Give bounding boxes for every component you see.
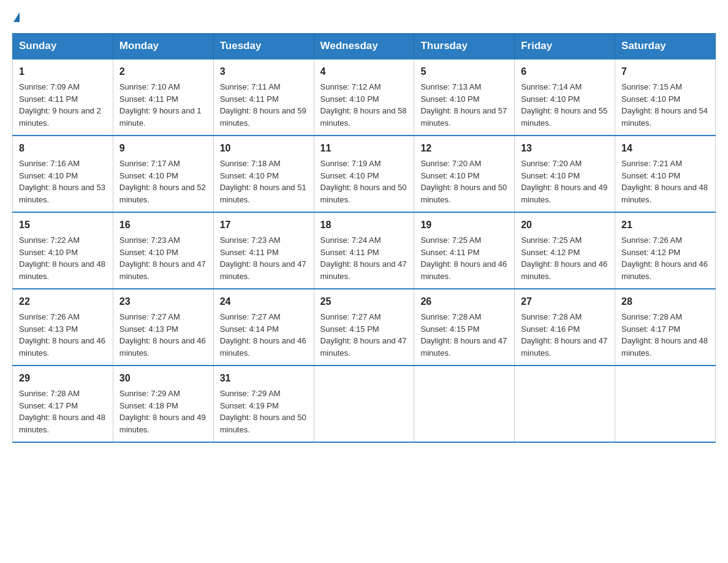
day-number: 14 [621,141,709,156]
sunset-text: Sunset: 4:10 PM [119,248,178,257]
sunrise-text: Sunrise: 7:28 AM [521,312,582,321]
weekday-header-friday: Friday [515,34,615,59]
sunrise-text: Sunrise: 7:26 AM [19,312,80,321]
calendar-cell [414,366,515,442]
day-number: 4 [320,64,408,79]
calendar-cell: 7Sunrise: 7:15 AMSunset: 4:10 PMDaylight… [615,59,716,136]
day-number: 29 [19,371,107,386]
page-header [12,12,716,22]
sunrise-text: Sunrise: 7:25 AM [521,236,582,245]
day-number: 17 [220,218,308,232]
sunrise-text: Sunrise: 7:23 AM [119,236,180,245]
daylight-text: Daylight: 9 hours and 1 minute. [119,106,202,128]
daylight-text: Daylight: 8 hours and 57 minutes. [420,106,507,128]
day-number: 23 [119,294,207,309]
day-number: 5 [420,64,508,79]
sunset-text: Sunset: 4:11 PM [119,94,178,104]
sunset-text: Sunset: 4:10 PM [521,171,580,180]
daylight-text: Daylight: 8 hours and 46 minutes. [521,259,607,281]
sunrise-text: Sunrise: 7:17 AM [119,159,180,168]
daylight-text: Daylight: 8 hours and 46 minutes. [220,336,306,358]
sunrise-text: Sunrise: 7:28 AM [420,312,481,321]
sunrise-text: Sunrise: 7:26 AM [621,236,682,245]
day-number: 21 [621,218,709,232]
sunset-text: Sunset: 4:10 PM [19,171,78,180]
calendar-cell: 5Sunrise: 7:13 AMSunset: 4:10 PMDaylight… [414,59,515,136]
sunset-text: Sunset: 4:10 PM [220,171,279,180]
sunset-text: Sunset: 4:15 PM [320,324,379,334]
calendar-cell: 24Sunrise: 7:27 AMSunset: 4:14 PMDayligh… [213,289,314,366]
day-number: 15 [19,218,107,232]
calendar-cell: 17Sunrise: 7:23 AMSunset: 4:11 PMDayligh… [213,212,314,289]
sunrise-text: Sunrise: 7:22 AM [19,236,80,245]
daylight-text: Daylight: 8 hours and 47 minutes. [220,259,306,281]
sunrise-text: Sunrise: 7:28 AM [621,312,682,321]
calendar-cell: 26Sunrise: 7:28 AMSunset: 4:15 PMDayligh… [414,289,515,366]
sunrise-text: Sunrise: 7:27 AM [320,312,381,321]
calendar-cell: 12Sunrise: 7:20 AMSunset: 4:10 PMDayligh… [414,136,515,212]
sunrise-text: Sunrise: 7:29 AM [220,389,281,398]
day-number: 24 [220,294,308,309]
daylight-text: Daylight: 8 hours and 49 minutes. [521,183,607,204]
sunset-text: Sunset: 4:15 PM [420,324,479,334]
weekday-header-saturday: Saturday [615,34,716,59]
sunset-text: Sunset: 4:10 PM [420,171,479,180]
calendar-cell: 14Sunrise: 7:21 AMSunset: 4:10 PMDayligh… [615,136,716,212]
calendar-cell [314,366,414,442]
sunset-text: Sunset: 4:13 PM [119,324,178,334]
day-number: 19 [420,218,508,232]
day-number: 28 [621,294,709,309]
weekday-header-sunday: Sunday [13,34,113,59]
calendar-cell: 3Sunrise: 7:11 AMSunset: 4:11 PMDaylight… [213,59,314,136]
calendar-cell: 11Sunrise: 7:19 AMSunset: 4:10 PMDayligh… [314,136,414,212]
sunrise-text: Sunrise: 7:11 AM [220,82,281,91]
daylight-text: Daylight: 8 hours and 50 minutes. [220,413,306,434]
sunrise-text: Sunrise: 7:20 AM [420,159,481,168]
daylight-text: Daylight: 8 hours and 48 minutes. [19,259,105,281]
weekday-header-tuesday: Tuesday [213,34,314,59]
sunset-text: Sunset: 4:17 PM [19,401,78,410]
sunset-text: Sunset: 4:12 PM [621,248,680,257]
sunset-text: Sunset: 4:10 PM [320,171,379,180]
weekday-header-thursday: Thursday [414,34,515,59]
sunrise-text: Sunrise: 7:19 AM [320,159,381,168]
calendar-cell: 19Sunrise: 7:25 AMSunset: 4:11 PMDayligh… [414,212,515,289]
daylight-text: Daylight: 8 hours and 59 minutes. [220,106,306,128]
day-number: 30 [119,371,207,386]
sunrise-text: Sunrise: 7:12 AM [320,82,381,91]
calendar-cell: 6Sunrise: 7:14 AMSunset: 4:10 PMDaylight… [515,59,615,136]
day-number: 10 [220,141,308,156]
calendar-table: SundayMondayTuesdayWednesdayThursdayFrid… [12,33,716,443]
daylight-text: Daylight: 8 hours and 55 minutes. [521,106,607,128]
daylight-text: Daylight: 8 hours and 49 minutes. [119,413,206,434]
calendar-cell: 20Sunrise: 7:25 AMSunset: 4:12 PMDayligh… [515,212,615,289]
day-number: 11 [320,141,408,156]
logo-triangle-icon [13,12,20,22]
sunset-text: Sunset: 4:10 PM [119,171,178,180]
daylight-text: Daylight: 8 hours and 50 minutes. [420,183,507,204]
calendar-cell: 29Sunrise: 7:28 AMSunset: 4:17 PMDayligh… [13,366,113,442]
sunrise-text: Sunrise: 7:16 AM [19,159,80,168]
daylight-text: Daylight: 8 hours and 51 minutes. [220,183,306,204]
calendar-cell: 9Sunrise: 7:17 AMSunset: 4:10 PMDaylight… [113,136,213,212]
day-number: 22 [19,294,107,309]
daylight-text: Daylight: 8 hours and 48 minutes. [19,413,105,434]
daylight-text: Daylight: 8 hours and 47 minutes. [420,336,507,358]
sunset-text: Sunset: 4:10 PM [621,171,680,180]
sunset-text: Sunset: 4:10 PM [420,94,479,104]
calendar-cell: 25Sunrise: 7:27 AMSunset: 4:15 PMDayligh… [314,289,414,366]
sunset-text: Sunset: 4:14 PM [220,324,279,334]
calendar-cell [615,366,716,442]
sunset-text: Sunset: 4:19 PM [220,401,279,410]
calendar-cell: 1Sunrise: 7:09 AMSunset: 4:11 PMDaylight… [13,59,113,136]
day-number: 6 [521,64,609,79]
sunrise-text: Sunrise: 7:14 AM [521,82,582,91]
sunrise-text: Sunrise: 7:27 AM [220,312,281,321]
sunrise-text: Sunrise: 7:10 AM [119,82,180,91]
sunset-text: Sunset: 4:10 PM [320,94,379,104]
day-number: 1 [19,64,107,79]
sunset-text: Sunset: 4:11 PM [320,248,379,257]
sunset-text: Sunset: 4:13 PM [19,324,78,334]
calendar-cell: 22Sunrise: 7:26 AMSunset: 4:13 PMDayligh… [13,289,113,366]
sunset-text: Sunset: 4:12 PM [521,248,580,257]
